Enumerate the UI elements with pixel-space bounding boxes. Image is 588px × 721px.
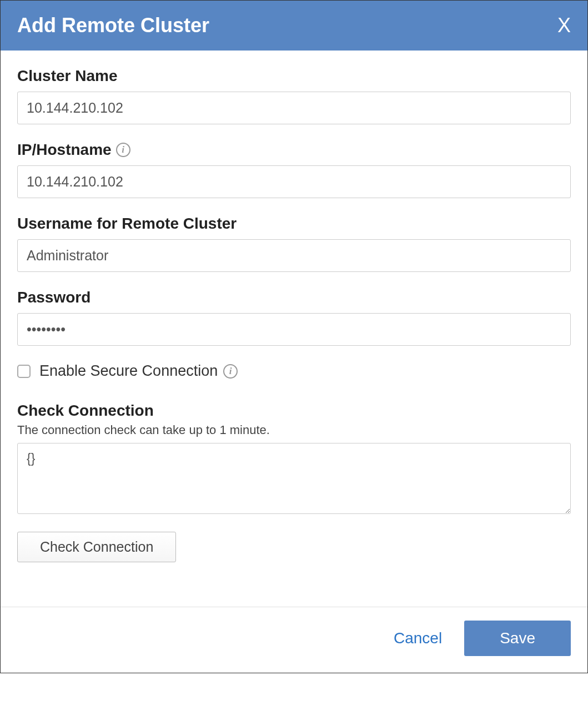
cluster-name-group: Cluster Name (17, 67, 571, 124)
info-icon[interactable]: i (116, 143, 130, 157)
password-label: Password (17, 289, 571, 306)
modal-footer: Cancel Save (1, 607, 587, 673)
username-label: Username for Remote Cluster (17, 215, 571, 233)
modal-body: Cluster Name IP/Hostname i Username for … (1, 51, 587, 584)
check-connection-output[interactable] (17, 443, 571, 514)
username-input[interactable] (17, 239, 571, 272)
cluster-name-label: Cluster Name (17, 67, 571, 85)
modal-header: Add Remote Cluster X (1, 1, 587, 51)
modal-title: Add Remote Cluster (17, 14, 209, 37)
ip-hostname-input[interactable] (17, 165, 571, 198)
cancel-button[interactable]: Cancel (394, 629, 442, 647)
password-group: Password (17, 289, 571, 346)
secure-connection-label-text: Enable Secure Connection (39, 362, 218, 380)
check-connection-button[interactable]: Check Connection (17, 532, 176, 562)
ip-hostname-label-text: IP/Hostname (17, 141, 112, 159)
secure-connection-row: Enable Secure Connection i (17, 362, 571, 380)
info-icon[interactable]: i (223, 364, 238, 379)
close-icon[interactable]: X (557, 14, 571, 37)
check-connection-title: Check Connection (17, 402, 571, 420)
check-connection-helper: The connection check can take up to 1 mi… (17, 423, 571, 437)
username-group: Username for Remote Cluster (17, 215, 571, 272)
save-button[interactable]: Save (464, 621, 571, 656)
ip-hostname-label: IP/Hostname i (17, 141, 571, 159)
ip-hostname-group: IP/Hostname i (17, 141, 571, 198)
password-input[interactable] (17, 313, 571, 346)
secure-connection-label: Enable Secure Connection i (39, 362, 238, 380)
secure-connection-checkbox[interactable] (17, 365, 31, 378)
cluster-name-input[interactable] (17, 92, 571, 124)
check-connection-section: Check Connection The connection check ca… (17, 402, 571, 562)
